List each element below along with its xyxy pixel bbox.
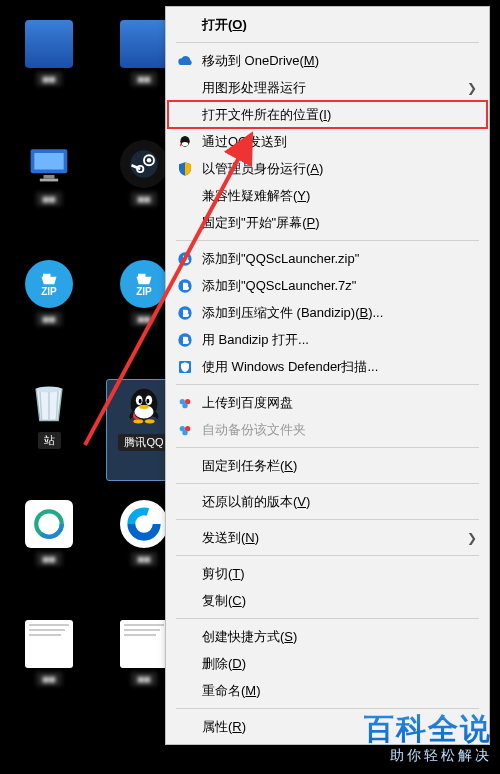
desktop-icon-label: ■■	[131, 312, 156, 326]
submenu-arrow-icon: ❯	[467, 81, 477, 95]
menu-item-shortcut[interactable]: 创建快捷方式(S)	[168, 623, 487, 650]
blank-icon	[174, 493, 196, 511]
menu-item-baidu1[interactable]: 上传到百度网盘	[168, 389, 487, 416]
desktop-icon-label: 站	[38, 432, 61, 449]
menu-separator	[176, 42, 479, 43]
menu-item-defender[interactable]: 使用 Windows Defender扫描...	[168, 353, 487, 380]
menu-item-compat[interactable]: 兼容性疑难解答(Y)	[168, 182, 487, 209]
submenu-arrow-icon: ❯	[467, 531, 477, 545]
menu-item-rename[interactable]: 重命名(M)	[168, 677, 487, 704]
menu-item-onedrive[interactable]: 移动到 OneDrive(M)	[168, 47, 487, 74]
blank-icon	[174, 457, 196, 475]
menu-item-label: 删除(D)	[202, 655, 477, 673]
menu-separator	[176, 519, 479, 520]
menu-item-label: 用 Bandizip 打开...	[202, 331, 477, 349]
menu-item-qqsend[interactable]: 通过QQ发送到	[168, 128, 487, 155]
desktop-icon[interactable]: ■■	[12, 140, 86, 240]
menu-item-label: 重命名(M)	[202, 682, 477, 700]
context-menu: 打开(O)移动到 OneDrive(M)用图形处理器运行❯打开文件所在的位置(I…	[165, 6, 490, 745]
baidu-icon	[174, 394, 196, 412]
baidu-icon	[174, 421, 196, 439]
menu-separator	[176, 708, 479, 709]
blank-icon	[174, 592, 196, 610]
menu-item-label: 兼容性疑难解答(Y)	[202, 187, 477, 205]
svg-point-19	[145, 419, 155, 423]
svg-point-10	[36, 386, 62, 392]
cloud-icon	[174, 52, 196, 70]
desktop-icon[interactable]: ■■	[12, 500, 86, 600]
desktop-icon-label: 腾讯QQ	[118, 434, 169, 451]
desktop-icon-label: ■■	[36, 672, 61, 686]
watermark: 百科全说 助你轻松解决	[364, 711, 492, 764]
menu-item-gpu[interactable]: 用图形处理器运行❯	[168, 74, 487, 101]
watermark-title: 百科全说	[364, 711, 492, 747]
desktop-icon-label: ■■	[36, 552, 61, 566]
desktop-icon-label: ■■	[36, 312, 61, 326]
desktop-icon-label: ■■	[36, 72, 61, 86]
desktop-icon[interactable]: ■■	[12, 20, 86, 120]
svg-point-33	[182, 403, 187, 408]
desktop-icon[interactable]: ZIP■■	[12, 260, 86, 360]
qq-icon	[174, 133, 196, 151]
menu-item-admin[interactable]: 以管理员身份运行(A)	[168, 155, 487, 182]
menu-item-bzip1[interactable]: 添加到"QQScLauncher.zip"	[168, 245, 487, 272]
menu-item-label: 添加到"QQScLauncher.zip"	[202, 250, 477, 268]
bz-icon	[174, 250, 196, 268]
blank-icon	[174, 529, 196, 547]
svg-point-25	[182, 142, 189, 146]
menu-item-label: 以管理员身份运行(A)	[202, 160, 477, 178]
menu-separator	[176, 384, 479, 385]
svg-point-18	[133, 419, 143, 423]
blank-icon	[174, 628, 196, 646]
svg-point-15	[139, 399, 142, 404]
menu-item-label: 固定到任务栏(K)	[202, 457, 477, 475]
bz-icon	[174, 331, 196, 349]
menu-item-restore[interactable]: 还原以前的版本(V)	[168, 488, 487, 515]
menu-item-label: 打开文件所在的位置(I)	[202, 106, 477, 124]
desktop-icon[interactable]: 站	[12, 380, 86, 480]
menu-item-copy[interactable]: 复制(C)	[168, 587, 487, 614]
menu-item-label: 使用 Windows Defender扫描...	[202, 358, 477, 376]
blank-icon	[174, 106, 196, 124]
blank-icon	[174, 214, 196, 232]
svg-point-17	[139, 405, 149, 409]
svg-point-4	[130, 150, 158, 178]
menu-item-cut[interactable]: 剪切(T)	[168, 560, 487, 587]
menu-item-pinstart[interactable]: 固定到"开始"屏幕(P)	[168, 209, 487, 236]
menu-item-sendto[interactable]: 发送到(N)❯	[168, 524, 487, 551]
menu-separator	[176, 618, 479, 619]
menu-item-delete[interactable]: 删除(D)	[168, 650, 487, 677]
blank-icon	[174, 682, 196, 700]
blank-icon	[174, 565, 196, 583]
svg-rect-8	[43, 273, 51, 277]
menu-item-bzip4[interactable]: 用 Bandizip 打开...	[168, 326, 487, 353]
svg-rect-1	[34, 153, 63, 170]
menu-item-bzip3[interactable]: 添加到压缩文件 (Bandizip)(B)...	[168, 299, 487, 326]
menu-separator	[176, 447, 479, 448]
svg-point-6	[147, 158, 152, 163]
menu-item-open[interactable]: 打开(O)	[168, 11, 487, 38]
blank-icon	[174, 655, 196, 673]
blank-icon	[174, 79, 196, 97]
bz-icon	[174, 277, 196, 295]
svg-rect-9	[138, 273, 146, 277]
blank-icon	[174, 718, 196, 736]
desktop-icon[interactable]: ■■	[12, 620, 86, 720]
menu-item-label: 自动备份该文件夹	[202, 421, 477, 439]
svg-point-36	[182, 430, 187, 435]
menu-item-label: 还原以前的版本(V)	[202, 493, 477, 511]
svg-rect-3	[40, 179, 58, 182]
menu-item-pintask[interactable]: 固定到任务栏(K)	[168, 452, 487, 479]
menu-item-bzip2[interactable]: 添加到"QQScLauncher.7z"	[168, 272, 487, 299]
menu-item-openloc[interactable]: 打开文件所在的位置(I)	[168, 101, 487, 128]
menu-item-label: 移动到 OneDrive(M)	[202, 52, 477, 70]
desktop-icon-label: ■■	[131, 552, 156, 566]
menu-item-label: 打开(O)	[202, 16, 477, 34]
menu-item-label: 发送到(N)	[202, 529, 467, 547]
menu-item-label: 通过QQ发送到	[202, 133, 477, 151]
blank-icon	[174, 16, 196, 34]
blank-icon	[174, 187, 196, 205]
menu-item-label: 添加到"QQScLauncher.7z"	[202, 277, 477, 295]
menu-separator	[176, 555, 479, 556]
shield-icon	[174, 160, 196, 178]
